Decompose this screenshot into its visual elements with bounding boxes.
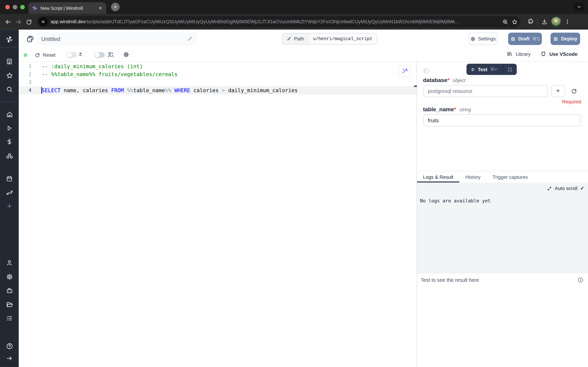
toolbar-separator [538,18,538,25]
library-button[interactable]: Library [507,51,531,57]
tab-search-button[interactable] [574,3,585,11]
magic-wand-icon [402,68,408,74]
url-host: app.windmill.dev [50,19,85,24]
zoom-in-icon[interactable] [502,18,508,25]
edit-pencil-icon [286,36,291,41]
forward-icon[interactable] [15,18,22,25]
diff-icon: ± [79,50,82,57]
add-resource-button[interactable]: + [551,85,565,97]
bookmark-star-icon[interactable] [512,18,518,25]
sidebar-item-add[interactable] [5,202,14,211]
browser-tab[interactable]: New Script | Windmill [28,2,106,14]
script-title-field[interactable] [37,33,197,45]
editor-settings-gear-icon[interactable] [123,51,129,58]
site-settings-icon[interactable] [39,17,48,26]
scan-target-icon [507,67,513,72]
sidebar-item-workers[interactable] [5,286,14,295]
profile-avatar[interactable] [551,17,561,27]
text-cursor [41,87,42,94]
code-line[interactable]: 2-- %%table_name%% fruits/vegetables/cer… [19,70,417,78]
sidebar-item-help[interactable] [5,342,14,350]
sidebar-item-resources[interactable] [5,151,14,160]
auto-scroll-control[interactable]: Auto scroll ✓ [547,186,584,191]
gear-icon [6,273,13,280]
draft-button[interactable]: Draft ⌘S [508,33,542,45]
url-bar[interactable]: app.windmill.dev/scripts/add#JTdCJTIyaGF… [37,16,520,27]
deploy-label: Deploy [561,36,577,42]
multiplayer-toggle[interactable] [94,52,105,58]
extensions-icon[interactable] [527,18,534,25]
close-window-button[interactable] [5,5,10,9]
sidebar-item-favorites[interactable] [5,71,14,80]
sidebar-item-schedules[interactable] [5,174,14,183]
table-name-input[interactable] [423,114,581,126]
sidebar-item-search[interactable] [5,85,14,94]
new-tab-button[interactable] [111,3,119,11]
code-line[interactable]: 4SELECT name, calories FROM %%table_name… [19,86,417,94]
edit-pencil-icon[interactable] [187,36,193,42]
kebab-menu-icon[interactable] [564,19,570,25]
screen: New Script | Windmill [0,0,588,367]
sidebar-item-workspace[interactable] [5,57,14,66]
sidebar-item-expand[interactable] [5,354,14,363]
code-line[interactable]: 1-- :daily_minimum_calories (int) [19,62,417,70]
tab-trigger-captures[interactable]: Trigger captures [487,171,534,183]
sidebar-item-audit-logs[interactable] [5,314,14,323]
folder-icon [6,301,13,308]
use-vscode-button[interactable]: Use VScode [540,51,578,57]
ai-assistant-button[interactable] [399,65,411,77]
required-error: Required [562,99,581,105]
flow-route-icon [6,189,13,196]
tab-history[interactable]: History [459,171,487,183]
line-number: 4 [19,87,36,93]
plus-icon [6,203,12,209]
settings-button[interactable]: Settings [469,33,497,45]
database-field-label: database* object [423,77,465,83]
test-button[interactable]: Test ⌘↵ [467,64,503,75]
minimize-window-button[interactable] [13,5,17,9]
status-dot [24,53,27,57]
sidebar-item-folders[interactable] [5,300,14,309]
sidebar-item-settings[interactable] [5,272,14,281]
deploy-button[interactable]: Deploy [551,33,580,45]
capture-run-button[interactable] [503,64,517,75]
table-name-field-label: table_name* string [423,106,471,112]
tab-logs-result[interactable]: Logs & Result [417,171,459,183]
zoom-window-button[interactable] [20,5,25,9]
refresh-icon [34,52,40,58]
windmill-app: Path u/henri/magical_script Settings Dra… [0,30,588,367]
refresh-resources-icon[interactable] [571,88,577,94]
code-text: -- %%table_name%% fruits/vegetables/cere… [36,71,178,77]
test-label: Test [478,67,487,72]
collapse-panel-icon[interactable] [423,68,429,74]
windmill-logo[interactable] [5,35,14,44]
required-asterisk: * [454,106,456,112]
code-line[interactable]: 3 [19,78,417,86]
toggle-knob [95,52,100,57]
database-resource-input[interactable] [423,85,548,97]
scrollbar-mark [414,85,417,87]
diff-toggle[interactable] [67,52,77,58]
user-icon [6,259,13,266]
workspace: 1-- :daily_minimum_calories (int)2-- %%t… [19,62,588,367]
script-title-input[interactable] [41,36,187,42]
expand-icon[interactable] [547,186,552,191]
back-icon[interactable] [5,18,12,25]
sidebar-item-runs[interactable] [5,124,14,133]
script-header-bar: Path u/henri/magical_script Settings Dra… [19,30,588,48]
sidebar-item-home[interactable] [5,110,14,119]
download-icon[interactable] [541,18,548,25]
sidebar-item-variables[interactable] [5,137,14,146]
cubes-icon [6,152,13,159]
code-lines[interactable]: 1-- :daily_minimum_calories (int)2-- %%t… [19,62,417,94]
toggle-knob [67,52,72,57]
code-editor[interactable]: 1-- :daily_minimum_calories (int)2-- %%t… [19,62,417,367]
reload-icon[interactable] [25,18,32,25]
info-icon[interactable] [578,277,583,283]
sidebar-item-account[interactable] [5,258,14,267]
auto-scroll-label: Auto scroll [555,186,578,191]
close-tab-icon[interactable] [98,6,103,10]
sidebar-item-routes[interactable] [5,188,14,197]
path-chip[interactable]: Path u/henri/magical_script [282,33,377,45]
reset-button[interactable]: Reset [34,51,56,59]
